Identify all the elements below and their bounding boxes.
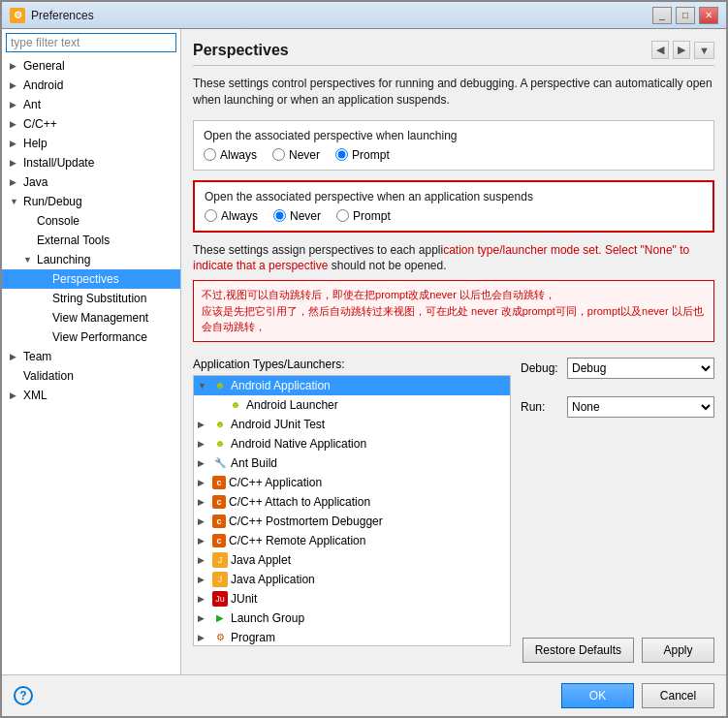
expand-arrow: ▼ — [23, 255, 37, 265]
sidebar-item-android[interactable]: ▶ Android — [2, 76, 180, 95]
suspend-always-radio[interactable] — [205, 209, 217, 222]
help-button[interactable]: ? — [14, 686, 33, 705]
app-types-tree[interactable]: ▼ ☻ Android Application ▶ ☻ Android Laun… — [193, 375, 511, 646]
annotation-extra: 应该是先把它引用了，然后自动跳转过来视图，可在此处 never 改成prompt… — [202, 305, 704, 333]
apply-button[interactable]: Apply — [642, 638, 714, 663]
cancel-button[interactable]: Cancel — [642, 683, 714, 708]
sidebar-item-label: String Substitution — [52, 292, 180, 305]
debug-select[interactable]: Debug None — [567, 358, 714, 379]
app-item-android-launcher[interactable]: ▶ ☻ Android Launcher — [194, 395, 510, 415]
cpp-icon: c — [212, 515, 226, 528]
app-item-java-application[interactable]: ▶ J Java Application — [194, 570, 510, 589]
sidebar-item-perspectives[interactable]: ▶ Perspectives — [2, 269, 180, 289]
sidebar-item-label: Run/Debug — [23, 195, 180, 208]
sidebar-item-general[interactable]: ▶ General — [2, 56, 180, 76]
sidebar-item-run-debug[interactable]: ▼ Run/Debug — [2, 192, 180, 211]
sidebar: ▶ General ▶ Android ▶ Ant ▶ C/C++ — [2, 29, 181, 674]
sidebar-item-cpp[interactable]: ▶ C/C++ — [2, 114, 180, 134]
app-item-android-native[interactable]: ▶ ☻ Android Native Application — [194, 434, 510, 453]
sidebar-item-java[interactable]: ▶ Java — [2, 172, 180, 192]
filter-input[interactable] — [6, 33, 176, 52]
nav-back-button[interactable]: ◀ — [651, 41, 669, 59]
sidebar-item-external-tools[interactable]: ▶ External Tools — [2, 231, 180, 250]
footer-buttons: OK Cancel — [561, 683, 714, 708]
sidebar-item-ant[interactable]: ▶ Ant — [2, 95, 180, 114]
assign-description: These settings assign perspectives to ea… — [193, 242, 714, 275]
sidebar-item-label: View Management — [52, 311, 180, 325]
run-field-row: Run: None — [521, 396, 714, 418]
app-item-junit[interactable]: ▶ Ju JUnit — [194, 589, 510, 609]
sidebar-item-launching[interactable]: ▼ Launching — [2, 250, 180, 269]
run-label: Run: — [521, 400, 559, 414]
app-item-label: Android JUnit Test — [231, 418, 325, 431]
sidebar-item-label: C/C++ — [23, 117, 180, 131]
launching-prompt-radio[interactable] — [335, 148, 348, 161]
launching-always-label: Always — [220, 148, 257, 162]
sidebar-item-label: Team — [23, 350, 180, 363]
launching-prompt-option[interactable]: Prompt — [335, 148, 390, 162]
suspend-prompt-option[interactable]: Prompt — [336, 209, 391, 223]
tree: ▶ General ▶ Android ▶ Ant ▶ C/C++ — [2, 56, 180, 674]
launching-always-option[interactable]: Always — [204, 148, 257, 162]
app-item-label: Android Native Application — [231, 437, 366, 451]
expand-arrow: ▶ — [10, 139, 23, 148]
expand-arrow: ▶ — [10, 80, 23, 90]
sidebar-item-xml[interactable]: ▶ XML — [2, 386, 180, 405]
run-select[interactable]: None — [567, 396, 714, 418]
launch-icon: ▶ — [212, 610, 228, 626]
ant-icon: 🔧 — [212, 455, 228, 471]
nav-dropdown-button[interactable]: ▼ — [694, 42, 714, 59]
nav-forward-button[interactable]: ▶ — [673, 41, 690, 59]
preferences-window: ⚙ Preferences _ □ ✕ ▶ General ▶ Android — [0, 0, 728, 718]
maximize-button[interactable]: □ — [676, 7, 695, 24]
sidebar-item-view-management[interactable]: ▶ View Management — [2, 308, 180, 328]
expand-icon: ▶ — [198, 536, 209, 546]
android-icon: ☻ — [228, 397, 243, 413]
sidebar-item-string-substitution[interactable]: ▶ String Substitution — [2, 289, 180, 308]
restore-defaults-button[interactable]: Restore Defaults — [522, 638, 634, 663]
app-item-cpp-application[interactable]: ▶ c C/C++ Application — [194, 473, 510, 492]
app-types-section: Application Types/Launchers: ▼ ☻ Android… — [193, 358, 511, 630]
app-item-label: Ant Build — [231, 456, 277, 470]
sidebar-item-install-update[interactable]: ▶ Install/Update — [2, 153, 180, 172]
ok-button[interactable]: OK — [561, 683, 634, 708]
app-item-launch-group[interactable]: ▶ ▶ Launch Group — [194, 609, 510, 628]
minimize-button[interactable]: _ — [652, 7, 672, 24]
sidebar-item-help[interactable]: ▶ Help — [2, 134, 180, 153]
sidebar-item-console[interactable]: ▶ Console — [2, 211, 180, 231]
suspend-always-option[interactable]: Always — [205, 209, 258, 223]
android-icon: ☻ — [212, 436, 228, 452]
suspend-radio-row: Always Never Prompt — [205, 209, 703, 223]
app-item-cpp-postmortem[interactable]: ▶ c C/C++ Postmortem Debugger — [194, 512, 510, 531]
launching-never-radio[interactable] — [272, 148, 285, 161]
close-button[interactable]: ✕ — [699, 7, 718, 24]
app-item-android-junit[interactable]: ▶ ☻ Android JUnit Test — [194, 415, 510, 434]
bottom-bar: ? OK Cancel — [2, 674, 726, 716]
sidebar-item-view-performance[interactable]: ▶ View Performance — [2, 328, 180, 347]
panel-bottom-buttons: Restore Defaults Apply — [193, 638, 714, 663]
app-item-ant-build[interactable]: ▶ 🔧 Ant Build — [194, 453, 510, 473]
expand-icon: ▶ — [198, 575, 209, 584]
suspend-never-option[interactable]: Never — [273, 209, 321, 223]
suspend-section-title: Open the associated perspective when an … — [205, 190, 703, 203]
launching-never-option[interactable]: Never — [272, 148, 320, 162]
sidebar-item-validation[interactable]: ▶ Validation — [2, 366, 180, 386]
launching-never-label: Never — [289, 148, 320, 162]
suspend-never-radio[interactable] — [273, 209, 286, 222]
expand-icon: ▶ — [198, 420, 209, 429]
expand-arrow: ▶ — [10, 100, 23, 109]
sidebar-item-label: General — [23, 59, 180, 73]
launching-section: Open the associated perspective when lau… — [193, 120, 714, 171]
app-item-java-applet[interactable]: ▶ J Java Applet — [194, 550, 510, 570]
main-panel: Perspectives ◀ ▶ ▼ These settings contro… — [181, 29, 726, 674]
suspend-prompt-radio[interactable] — [336, 209, 349, 222]
sidebar-item-label: Perspectives — [52, 272, 180, 286]
app-item-cpp-remote[interactable]: ▶ c C/C++ Remote Application — [194, 531, 510, 550]
app-item-android-application[interactable]: ▼ ☻ Android Application — [194, 376, 510, 395]
app-item-cpp-attach[interactable]: ▶ c C/C++ Attach to Application — [194, 492, 510, 512]
app-item-label: C/C++ Attach to Application — [229, 495, 370, 509]
sidebar-item-team[interactable]: ▶ Team — [2, 347, 180, 366]
launching-always-radio[interactable] — [204, 148, 216, 161]
android-icon: ☻ — [212, 378, 228, 393]
panel-header: Perspectives ◀ ▶ ▼ — [193, 41, 714, 66]
